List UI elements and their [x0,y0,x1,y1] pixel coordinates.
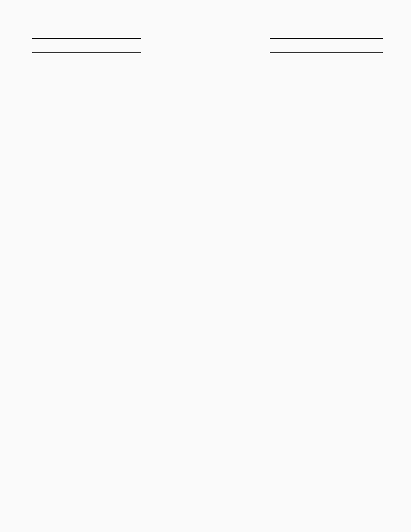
header-col-dates [28,28,141,53]
header-fields [28,28,383,53]
end-date-input-line[interactable] [32,44,141,53]
actual-label-row [153,43,258,53]
header-col-amount-lines [270,28,383,53]
start-date-row [28,28,141,39]
header-col-amount-labels [153,28,258,53]
end-date-row [28,43,141,53]
actual-amount-input-line[interactable] [270,44,383,53]
actual-line-row [270,43,383,53]
start-date-input-line[interactable] [32,30,141,39]
expected-line-row [270,28,383,39]
page [0,0,411,532]
expected-amount-input-line[interactable] [270,30,383,39]
expected-label-row [153,28,258,39]
